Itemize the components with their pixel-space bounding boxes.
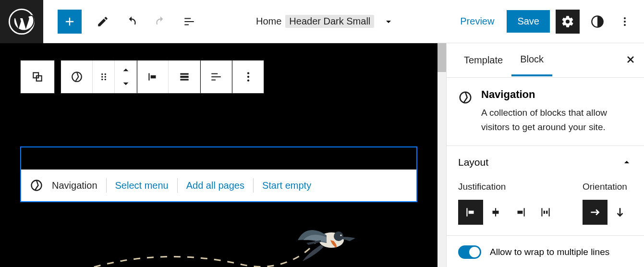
svg-point-3 bbox=[624, 21, 626, 23]
select-parent-button[interactable] bbox=[21, 61, 54, 93]
svg-point-4 bbox=[624, 24, 626, 26]
tab-template[interactable]: Template bbox=[455, 45, 511, 75]
justify-right-button[interactable] bbox=[508, 200, 533, 225]
editor-canvas[interactable]: Navigation Select menu Add all pages Sta… bbox=[0, 43, 446, 267]
compass-icon bbox=[30, 179, 43, 192]
undo-button[interactable] bbox=[124, 14, 139, 29]
page-title: Home bbox=[256, 16, 281, 27]
edit-tool-button[interactable] bbox=[95, 14, 110, 29]
align-button[interactable] bbox=[137, 61, 169, 93]
block-description: A collection of blocks that allow visito… bbox=[481, 106, 632, 135]
layout-title: Layout bbox=[458, 157, 488, 168]
block-toolbar bbox=[20, 60, 264, 94]
wrap-toggle-row: Allow to wrap to multiple lines bbox=[447, 236, 644, 259]
block-type-button[interactable] bbox=[61, 61, 93, 93]
select-menu-link[interactable]: Select menu bbox=[115, 180, 169, 191]
block-more-button[interactable] bbox=[232, 61, 264, 93]
navigation-block[interactable]: Navigation Select menu Add all pages Sta… bbox=[20, 146, 417, 202]
svg-point-19 bbox=[247, 72, 249, 74]
close-sidebar-button[interactable] bbox=[625, 54, 636, 67]
template-name: Header Dark Small bbox=[285, 15, 374, 28]
block-info-panel: Navigation A collection of blocks that a… bbox=[447, 78, 644, 146]
justify-center-button[interactable] bbox=[483, 200, 508, 225]
top-toolbar: Home Header Dark Small Preview Save bbox=[0, 0, 644, 43]
orientation-label: Orientation bbox=[583, 182, 632, 192]
wordpress-logo[interactable] bbox=[0, 0, 43, 43]
justification-group bbox=[458, 200, 558, 225]
svg-point-21 bbox=[247, 79, 249, 81]
settings-sidebar: Template Block Navigation A collection o… bbox=[446, 43, 644, 267]
start-empty-link[interactable]: Start empty bbox=[262, 180, 311, 191]
svg-rect-34 bbox=[549, 208, 550, 216]
svg-rect-16 bbox=[180, 73, 188, 74]
svg-rect-33 bbox=[541, 208, 542, 216]
svg-rect-28 bbox=[469, 211, 474, 214]
svg-point-12 bbox=[101, 79, 103, 80]
svg-point-8 bbox=[101, 73, 103, 75]
top-left-tools bbox=[43, 10, 197, 34]
styles-button[interactable] bbox=[585, 10, 609, 34]
more-options-button[interactable] bbox=[615, 10, 634, 34]
move-buttons[interactable] bbox=[115, 61, 137, 93]
navigation-placeholder: Navigation Select menu Add all pages Sta… bbox=[21, 170, 416, 201]
chevron-down-icon bbox=[383, 16, 394, 27]
svg-point-20 bbox=[247, 76, 249, 78]
orientation-vertical-button[interactable] bbox=[608, 200, 632, 225]
layout-panel: Layout Justification bbox=[447, 146, 644, 236]
svg-rect-15 bbox=[151, 75, 156, 79]
justify-space-between-button[interactable] bbox=[533, 200, 558, 225]
navigation-label: Navigation bbox=[52, 180, 97, 191]
justify-left-button[interactable] bbox=[458, 200, 483, 225]
justify-button[interactable] bbox=[200, 61, 232, 93]
preview-button[interactable]: Preview bbox=[453, 11, 501, 32]
svg-point-24 bbox=[334, 231, 343, 241]
block-title: Navigation bbox=[481, 88, 632, 101]
scrollbar-thumb[interactable] bbox=[437, 43, 446, 72]
layout-panel-toggle[interactable]: Layout bbox=[458, 157, 632, 168]
bird-image bbox=[293, 216, 360, 264]
wrap-toggle-label: Allow to wrap to multiple lines bbox=[490, 247, 609, 257]
svg-rect-32 bbox=[518, 211, 523, 214]
svg-rect-31 bbox=[524, 208, 525, 216]
scrollbar[interactable] bbox=[437, 43, 446, 267]
document-title-area[interactable]: Home Header Dark Small bbox=[197, 15, 453, 28]
top-right-tools: Preview Save bbox=[453, 10, 644, 34]
svg-rect-36 bbox=[546, 211, 547, 214]
svg-rect-17 bbox=[180, 76, 188, 78]
justification-label: Justification bbox=[458, 182, 558, 192]
svg-rect-35 bbox=[544, 211, 545, 214]
sidebar-tabs: Template Block bbox=[447, 43, 644, 78]
add-block-button[interactable] bbox=[58, 10, 82, 34]
save-button[interactable]: Save bbox=[507, 10, 550, 33]
orientation-group bbox=[583, 200, 632, 225]
drag-handle[interactable] bbox=[93, 61, 115, 93]
orientation-horizontal-button[interactable] bbox=[583, 200, 608, 225]
navigation-block-selected-area[interactable] bbox=[21, 147, 416, 170]
svg-point-25 bbox=[340, 234, 341, 236]
svg-point-10 bbox=[101, 76, 103, 77]
tab-block[interactable]: Block bbox=[511, 44, 552, 76]
add-all-pages-link[interactable]: Add all pages bbox=[186, 180, 244, 191]
wrap-toggle[interactable] bbox=[458, 245, 481, 259]
svg-rect-18 bbox=[180, 79, 188, 80]
svg-point-13 bbox=[104, 79, 106, 80]
svg-point-11 bbox=[104, 76, 106, 77]
svg-rect-14 bbox=[148, 73, 149, 80]
svg-rect-27 bbox=[466, 208, 467, 216]
compass-icon bbox=[458, 90, 473, 105]
redo-button[interactable] bbox=[153, 14, 168, 29]
width-button[interactable] bbox=[169, 61, 200, 93]
svg-point-2 bbox=[624, 17, 626, 19]
svg-rect-30 bbox=[493, 211, 499, 214]
list-view-button[interactable] bbox=[182, 14, 197, 29]
settings-button[interactable] bbox=[556, 10, 580, 34]
svg-point-9 bbox=[104, 73, 106, 75]
chevron-up-icon bbox=[621, 157, 632, 168]
